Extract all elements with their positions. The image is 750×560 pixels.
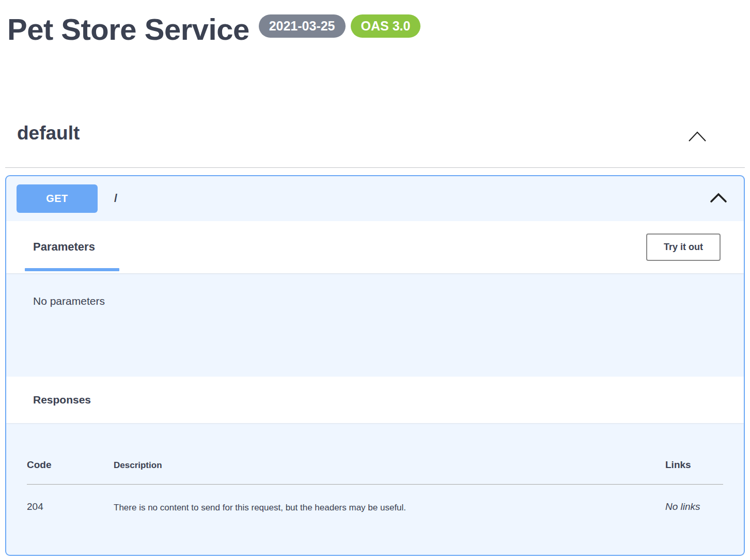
responses-table: Code Description Links 204 There is no c…: [27, 459, 723, 514]
opblock-get-root: GET / Parameters Try it out No parameter…: [5, 175, 745, 556]
opblock-summary[interactable]: GET /: [6, 176, 744, 221]
responses-section-header: Responses: [6, 377, 744, 423]
tag-collapse-button[interactable]: [687, 130, 707, 144]
chevron-up-icon: [687, 130, 707, 144]
no-parameters-text: No parameters: [33, 295, 733, 307]
response-code: 204: [27, 501, 114, 512]
responses-table-header-row: Code Description Links: [27, 459, 723, 485]
responses-title: Responses: [33, 394, 91, 406]
tag-name: default: [17, 122, 80, 145]
table-row-204: 204 There is no content to send for this…: [27, 485, 723, 514]
responses-container: Code Description Links 204 There is no c…: [6, 423, 744, 555]
http-method-badge: GET: [17, 184, 98, 213]
page-title: Pet Store Service: [7, 11, 249, 48]
chevron-up-icon: [710, 193, 727, 205]
operation-collapse-button[interactable]: [710, 193, 727, 205]
version-badge: 2021-03-25: [259, 14, 346, 38]
badge-group: 2021-03-25 OAS 3.0: [259, 14, 421, 38]
oas-version-badge: OAS 3.0: [351, 14, 421, 38]
try-it-out-button[interactable]: Try it out: [646, 234, 721, 261]
parameters-section-header: Parameters Try it out: [6, 221, 744, 273]
parameters-container: No parameters: [6, 273, 744, 377]
info-header: Pet Store Service 2021-03-25 OAS 3.0: [0, 0, 750, 48]
column-header-code: Code: [27, 459, 114, 471]
column-header-description: Description: [114, 459, 665, 471]
tab-parameters[interactable]: Parameters: [25, 240, 103, 254]
tag-section-header-default[interactable]: default: [5, 115, 745, 168]
operation-path: /: [114, 192, 117, 205]
column-header-links: Links: [665, 459, 723, 471]
active-tab-indicator: [25, 268, 119, 271]
response-links: No links: [665, 501, 723, 512]
response-description: There is no content to send for this req…: [114, 501, 665, 514]
